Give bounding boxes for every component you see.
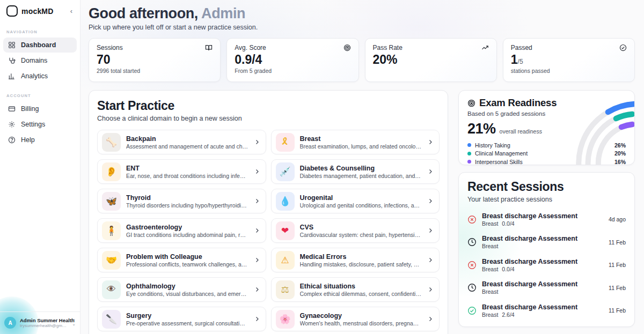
domain-card-breast[interactable]: 🎗BreastBreast examination, lumps, and re…	[271, 130, 440, 154]
session-date: 11 Feb	[609, 285, 626, 291]
sidebar-item-label: Dashboard	[21, 41, 56, 49]
stat-value: 70	[97, 53, 213, 66]
session-title: Breast discharge Assessment	[482, 280, 603, 288]
domain-description: Breast examination, lumps, and related o…	[300, 143, 422, 150]
ophthalmology-emoji-icon: 👁	[102, 280, 121, 299]
domain-card-backpain[interactable]: 🦴BackpainAssessment and management of ac…	[97, 130, 266, 154]
session-domain: Breast	[482, 266, 498, 272]
avatar: A	[4, 317, 16, 329]
start-practice-title: Start Practice	[97, 99, 440, 113]
session-item[interactable]: Breast discharge AssessmentBreast11 Feb	[467, 277, 626, 300]
sidebar-item-dashboard[interactable]: Dashboard	[3, 38, 77, 53]
domain-name: Diabetes & Counselling	[300, 165, 422, 172]
skill-label: Interpersonal Skills	[475, 159, 523, 165]
domain-card-ent[interactable]: 👂ENTEar, nose, and throat conditions inc…	[97, 159, 266, 184]
stat-card-avg-score: Avg. Score0.9/4From 5 graded	[226, 38, 358, 82]
sidebar-item-label: Help	[21, 136, 35, 144]
session-domain: Breast	[482, 288, 498, 295]
chevron-right-icon	[254, 139, 260, 145]
greeting-username: Admin	[198, 5, 245, 21]
domain-card-ophthalmology[interactable]: 👁OphthalmologyEye conditions, visual dis…	[97, 277, 266, 302]
domain-name: CVS	[300, 224, 422, 231]
session-score: 0.0/4	[502, 220, 514, 227]
domain-description: Diabetes management, patient education, …	[300, 173, 422, 179]
domain-description: Pre-operative assessment, surgical consu…	[126, 320, 248, 326]
stat-value: 1/5	[511, 53, 627, 66]
chevron-updown-icon: ⌃⌄	[72, 320, 76, 326]
stat-value: 20%	[373, 53, 489, 66]
chevron-right-icon	[427, 286, 434, 293]
user-profile[interactable]: A Admin Summer Health trysummerhealth@gm…	[0, 311, 80, 334]
logo: mockMD ‹	[0, 0, 80, 21]
sidebar-item-analytics[interactable]: Analytics	[3, 69, 77, 84]
domain-description: Handling mistakes, disclosure, patient s…	[300, 261, 422, 268]
stats-row: Sessions702996 total startedAvg. Score0.…	[89, 38, 635, 82]
chevron-right-icon	[254, 316, 260, 322]
domain-card-diabetes-counselling[interactable]: 💉Diabetes & CounsellingDiabetes manageme…	[271, 159, 440, 184]
cvs-emoji-icon: ❤	[276, 221, 295, 240]
problem-with-colleague-emoji-icon: 🤝	[102, 251, 121, 270]
sidebar-item-label: Analytics	[21, 72, 48, 80]
sidebar-collapse-button[interactable]: ‹	[68, 6, 75, 16]
stat-subtext: stations passed	[511, 68, 627, 74]
chevron-right-icon	[254, 257, 260, 263]
session-date: 4d ago	[609, 216, 626, 222]
stat-label: Pass Rate	[373, 44, 402, 51]
domain-description: Thyroid disorders including hypo/hyperth…	[126, 202, 248, 209]
readiness-skill-history-taking: History Taking26%	[467, 141, 626, 150]
sidebar-item-help[interactable]: Help	[3, 132, 77, 147]
stat-label: Sessions	[97, 44, 123, 51]
check-circle-icon	[467, 306, 477, 315]
session-item[interactable]: Breast discharge AssessmentBreast2.6/411…	[467, 299, 626, 322]
stat-label: Avg. Score	[235, 44, 266, 51]
user-email: trysummerhealth@gmail…	[20, 323, 68, 328]
domain-card-cvs[interactable]: ❤CVSCardiovascular system: chest pain, h…	[271, 218, 440, 243]
domain-card-gynaecology[interactable]: 🌸GynaecologyWomen's health, menstrual di…	[271, 307, 440, 331]
sidebar-item-domains[interactable]: Domains	[3, 53, 77, 68]
target-icon	[467, 99, 475, 107]
session-item[interactable]: Breast discharge AssessmentBreast0.0/44d…	[467, 208, 626, 231]
sidebar: mockMD ‹ NAVIGATION DashboardDomainsAnal…	[0, 0, 80, 334]
domain-name: Ethical situations	[300, 283, 422, 290]
stat-subtext: 2996 total started	[97, 68, 213, 74]
gynaecology-emoji-icon: 🌸	[276, 310, 295, 329]
ent-emoji-icon: 👂	[102, 162, 121, 181]
domain-card-gastroenterology[interactable]: 🧍GastroenterologyGI tract conditions inc…	[97, 218, 266, 243]
trending-up-icon	[481, 44, 489, 51]
domain-card-thyroid[interactable]: 🦋ThyroidThyroid disorders including hypo…	[97, 189, 266, 213]
legend-dot-icon	[467, 152, 471, 155]
session-score: 2.6/4	[502, 311, 514, 318]
help-circle-icon	[8, 136, 16, 144]
session-item[interactable]: Breast discharge AssessmentBreast0.0/411…	[467, 254, 626, 277]
session-domain: Breast	[482, 220, 498, 227]
domain-name: Problem with Colleague	[126, 253, 248, 261]
stat-card-passed: Passed1/5stations passed	[503, 38, 635, 82]
session-item[interactable]: Breast discharge AssessmentBreast11 Feb	[467, 231, 626, 254]
exam-readiness-title: Exam Readiness	[467, 97, 626, 109]
domain-description: Cardiovascular system: chest pain, hyper…	[300, 232, 422, 238]
domain-card-urogenital[interactable]: 💧UrogenitalUrological and genital condit…	[271, 189, 440, 213]
readiness-skill-interpersonal-skills: Interpersonal Skills16%	[467, 158, 626, 165]
page-subtitle: Pick up where you left off or start a ne…	[89, 24, 635, 31]
skill-value: 16%	[614, 159, 626, 165]
domain-card-medical-errors[interactable]: ⚠Medical ErrorsHandling mistakes, disclo…	[271, 248, 440, 272]
target-icon	[343, 44, 351, 51]
session-domain: Breast	[482, 311, 498, 318]
session-subtext: Breast	[482, 243, 603, 249]
domain-card-problem-with-colleague[interactable]: 🤝Problem with ColleagueProfessional conf…	[97, 248, 266, 272]
main-content: Good afternoon, Admin Pick up where you …	[80, 0, 644, 334]
domain-description: Urological and genital conditions, infec…	[300, 202, 422, 209]
domain-card-ethical-situations[interactable]: ⚖Ethical situationsComplex ethical dilem…	[271, 277, 440, 302]
legend-dot-icon	[467, 160, 471, 164]
chevron-right-icon	[427, 139, 434, 145]
sidebar-item-billing[interactable]: Billing	[3, 101, 77, 116]
sidebar-item-label: Billing	[21, 105, 39, 113]
session-date: 11 Feb	[609, 239, 626, 246]
domain-card-surgery[interactable]: 🔪SurgeryPre-operative assessment, surgic…	[97, 307, 266, 331]
nav-section-label: NAVIGATION	[3, 27, 77, 37]
domain-description: Complex ethical dilemmas, consent, confi…	[300, 291, 422, 297]
sidebar-item-settings[interactable]: Settings	[3, 117, 77, 132]
skill-value: 26%	[614, 142, 626, 149]
stat-card-sessions: Sessions702996 total started	[89, 38, 221, 82]
overall-readiness-value: 21%	[467, 121, 496, 137]
